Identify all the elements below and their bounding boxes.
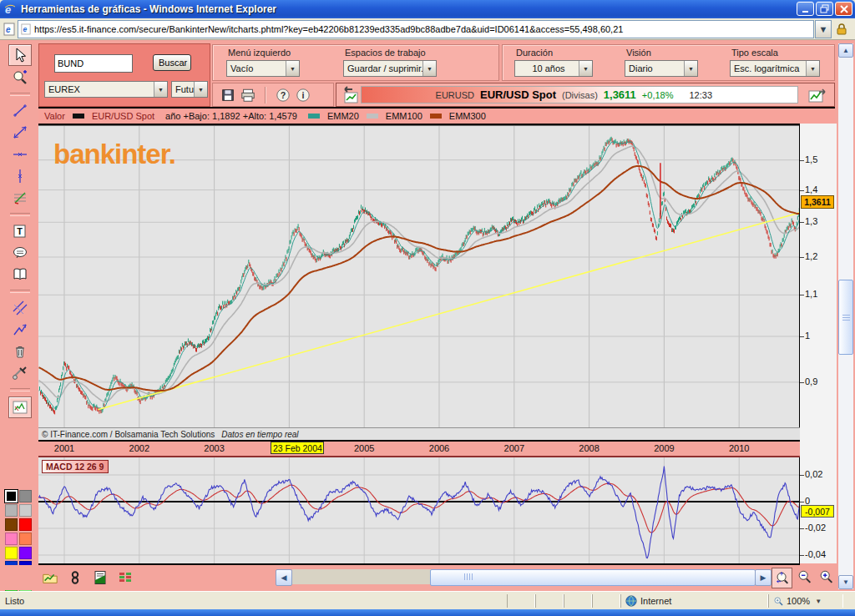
color-swatch[interactable] (5, 547, 18, 559)
separator (265, 87, 266, 104)
bottom-tools (40, 568, 134, 587)
table-icon[interactable] (115, 568, 134, 587)
chevron-down-icon[interactable]: ▼ (806, 61, 819, 76)
chevron-down-icon[interactable]: ▼ (684, 61, 697, 76)
search-button[interactable]: Buscar (153, 54, 191, 71)
zoom-dropdown-caret[interactable]: ▼ (815, 598, 822, 605)
color-swatch[interactable] (19, 547, 32, 559)
scale-type-select[interactable]: Esc. logarítmica▼ (730, 60, 820, 77)
x-axis-year-label: 2010 (729, 443, 749, 453)
taskbar-edge (0, 609, 855, 616)
scrollbar-grip (842, 315, 850, 321)
chart-legend: Valor EUR/USD Spot año +Bajo: 1,1892 +Al… (38, 109, 835, 124)
chart-style-tool[interactable] (8, 396, 32, 418)
quote-symbol: EURUSD (436, 90, 474, 100)
minimize-button[interactable] (797, 2, 814, 16)
zoom-icon (773, 596, 784, 607)
back-to-chart-icon[interactable] (340, 86, 360, 104)
workspace-folder-icon[interactable] (40, 568, 59, 587)
vertical-scrollbar-thumb[interactable] (838, 280, 853, 355)
toolbar-separator (10, 388, 30, 391)
settings-tool[interactable] (9, 363, 31, 383)
color-swatch[interactable] (5, 504, 18, 517)
chevron-down-icon[interactable]: ▼ (154, 82, 167, 97)
pan-zoom-icon[interactable] (772, 568, 792, 588)
macd-chart[interactable] (38, 457, 800, 563)
exchange-select[interactable]: EUREX▼ (44, 81, 168, 98)
close-button[interactable] (835, 2, 852, 16)
chevron-down-icon[interactable]: ▼ (579, 61, 592, 76)
color-swatch[interactable] (5, 533, 18, 545)
horizontal-scrollbar-thumb[interactable] (430, 569, 756, 586)
toolbar-separator (10, 290, 30, 293)
fibonacci-tool[interactable] (9, 188, 31, 208)
vertical-line-tool[interactable] (9, 166, 31, 186)
duration-select[interactable]: 10 años▼ (514, 60, 593, 77)
print-icon[interactable] (238, 86, 258, 104)
horizontal-line-tool[interactable] (9, 144, 31, 164)
axis-tick (800, 295, 804, 295)
page-icon[interactable] (90, 568, 109, 587)
info-icon[interactable]: i (293, 86, 313, 104)
x-axis-year-label: 2001 (54, 443, 74, 453)
delete-tool[interactable] (9, 341, 31, 361)
resize-grip (843, 592, 855, 610)
vertical-scrollbar[interactable]: ▲ ▼ (838, 43, 853, 589)
color-swatch[interactable] (19, 490, 32, 502)
address-dropdown-button[interactable]: ▼ (815, 20, 832, 38)
search-panel: Buscar EUREX▼ Futuro▼ (38, 43, 210, 107)
chevron-down-icon[interactable]: ▼ (286, 61, 299, 76)
open-chart-icon[interactable] (807, 87, 827, 104)
color-swatch[interactable] (5, 490, 18, 502)
legend-emm300: EMM300 (449, 111, 486, 121)
legend-emm100: EMM100 (386, 111, 422, 121)
color-swatch[interactable] (19, 504, 32, 517)
workspaces-select[interactable]: Guardar / suprimir...▼ (343, 60, 437, 77)
instrument-select[interactable]: Futuro▼ (171, 81, 208, 98)
scroll-right-button[interactable]: ▶ (755, 569, 772, 586)
quote-change: +0,18% (642, 90, 674, 100)
svg-text:T: T (17, 226, 23, 236)
svg-text:e: e (6, 25, 11, 34)
x-axis-year-label: 2008 (579, 443, 599, 453)
window-title: Herramientas de gráficas - Windows Inter… (21, 3, 276, 15)
scroll-down-button[interactable]: ▼ (838, 575, 853, 589)
comment-tool[interactable] (9, 243, 31, 263)
text-tool[interactable]: T (9, 221, 31, 241)
color-swatch[interactable] (19, 533, 32, 545)
restore-button[interactable] (816, 2, 833, 16)
address-input[interactable]: e https://es5.it-finance.com/secure/Bank… (18, 20, 814, 38)
realtime-text: Datos en tiempo real (221, 430, 298, 439)
save-icon[interactable] (218, 86, 238, 104)
segment-tool[interactable] (9, 101, 31, 121)
link-icon[interactable] (65, 568, 84, 587)
zoom-in-chart-tool[interactable] (9, 68, 31, 88)
parallel-lines-tool[interactable] (9, 298, 31, 318)
quote-field[interactable]: EURUSD EUR/USD Spot (Divisas) 1,3611 +0,… (361, 86, 798, 104)
macd-label[interactable]: MACD 12 26 9 (42, 460, 109, 473)
chevron-down-icon[interactable]: ▼ (422, 61, 436, 76)
file-icon-row: ? i (212, 83, 334, 107)
quote-market: (Divisas) (562, 90, 598, 100)
chevron-down-icon[interactable]: ▼ (194, 82, 207, 97)
trendline-tool[interactable] (9, 123, 31, 143)
color-swatch[interactable] (19, 518, 32, 531)
zoom-in-icon[interactable] (817, 568, 836, 587)
menu-left-select[interactable]: Vacío▼ (226, 60, 300, 77)
y-axis-label: 1,4 (805, 184, 817, 194)
book-tool[interactable] (9, 265, 31, 285)
scroll-left-button[interactable]: ◀ (276, 569, 292, 586)
x-axis-year-label: 2002 (129, 443, 149, 453)
zone-panel: Internet (620, 594, 768, 608)
scroll-up-button[interactable]: ▲ (838, 43, 853, 58)
zoom-out-icon[interactable] (795, 568, 814, 587)
axis-tick (800, 190, 804, 191)
help-icon[interactable]: ? (273, 86, 293, 104)
vision-select[interactable]: Diario▼ (625, 60, 698, 77)
bankinter-logo: bankinter. (53, 139, 175, 170)
color-swatch[interactable] (5, 518, 18, 531)
page-zoom-control[interactable]: 100% ▼ (768, 594, 843, 608)
pitchfork-tool[interactable] (9, 320, 31, 340)
search-input[interactable] (54, 54, 133, 73)
pointer-tool[interactable] (8, 44, 32, 66)
